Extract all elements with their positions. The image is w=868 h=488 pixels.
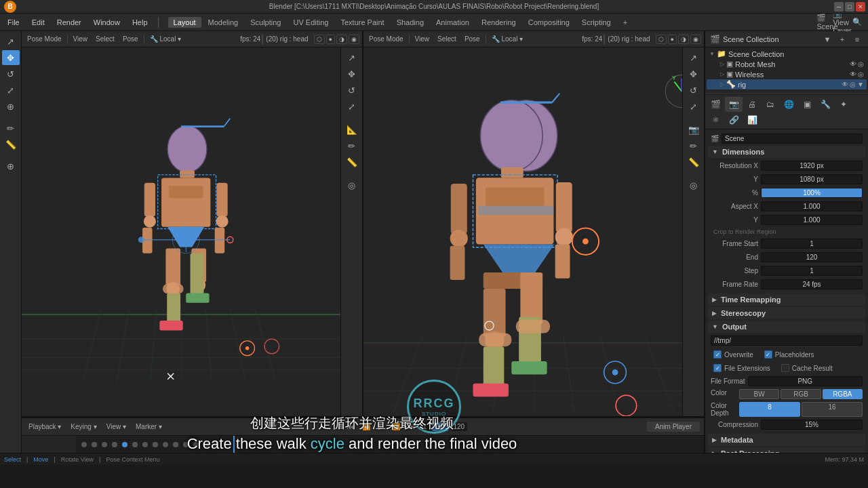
vp-shading-wire[interactable]: ⬡ (314, 35, 325, 44)
robot-mesh-eye[interactable]: 👁 (850, 60, 856, 68)
menu-edit[interactable]: Edit (28, 17, 48, 28)
vp-left-mode[interactable]: Pose Mode (24, 35, 64, 43)
tool-measure[interactable]: 📏 (2, 137, 20, 152)
vp-left-view[interactable]: View (71, 35, 91, 43)
frame-end-value[interactable]: 120 (761, 252, 863, 262)
cache-result-checkbox[interactable] (781, 364, 789, 372)
res-pct-value[interactable]: 100% (761, 188, 863, 198)
depth-8-btn[interactable]: 8 (739, 402, 800, 417)
anim-player-btn[interactable]: Anim Player (652, 422, 694, 431)
scene-name-value[interactable]: Scene (722, 134, 863, 144)
scene-selector[interactable]: 🎬 Scene (821, 16, 834, 29)
tab-scripting[interactable]: Scripting (576, 17, 616, 28)
viewport-left-content[interactable] (22, 47, 340, 416)
tool-annotate[interactable]: ✏ (2, 121, 20, 136)
robot-mesh-cam[interactable]: ◎ (858, 60, 864, 68)
keying-menu[interactable]: Keying ▾ (68, 422, 99, 431)
tool-vp-measure2[interactable]: 📏 (343, 155, 361, 169)
vp-shading-render[interactable]: ◉ (349, 35, 359, 44)
frame-rate-value[interactable]: 24 fps (761, 279, 863, 289)
vp-r-shading-render[interactable]: ◉ (690, 35, 701, 44)
prop-icon-scene[interactable]: 🎬 (707, 97, 724, 112)
prop-icon-view-layer[interactable]: 🗂 (762, 97, 779, 112)
tab-sculpting[interactable]: Sculpting (245, 17, 286, 28)
tab-layout[interactable]: Layout (168, 17, 201, 28)
res-y-value[interactable]: 1080 px (761, 174, 863, 184)
tree-item-collection[interactable]: ▼ 📁 Scene Collection (707, 49, 867, 59)
prop-icon-output[interactable]: 🖨 (743, 97, 761, 112)
tab-shading[interactable]: Shading (391, 17, 429, 28)
tool-scale[interactable]: ⤢ (2, 83, 20, 98)
tool-rvp-move[interactable]: ↗ (685, 50, 703, 65)
vp-right-transform[interactable]: 🔧 Local ▾ (489, 35, 526, 43)
tool-rvp-rotate[interactable]: ↺ (685, 83, 703, 98)
vp-right-mode[interactable]: Pose Mode (366, 35, 406, 43)
wireless-cam[interactable]: ◎ (858, 70, 864, 78)
frame-step-value[interactable]: 1 (761, 266, 863, 276)
tool-vp-circle[interactable]: ◎ (343, 178, 361, 192)
search-icon[interactable]: 🔍 (850, 16, 864, 29)
tab-texture-paint[interactable]: Texture Paint (335, 17, 389, 28)
post-processing-header[interactable]: ▶ Post Processing (708, 447, 865, 453)
tool-rvp-circle[interactable]: ◎ (685, 178, 703, 192)
aspect-x-value[interactable]: 1.000 (761, 201, 863, 211)
overwrite-checkbox[interactable]: ✓ (713, 350, 722, 359)
add-scene-icon[interactable]: + (835, 33, 849, 46)
file-ext-checkbox[interactable]: ✓ (713, 364, 722, 372)
placeholders-checkbox[interactable]: ✓ (764, 350, 772, 359)
prop-icon-data[interactable]: 📊 (743, 113, 761, 127)
rig-filter[interactable]: ▼ (857, 81, 864, 88)
tool-vp-move[interactable]: ↗ (343, 50, 361, 65)
frame-start-value[interactable]: 1 (761, 239, 863, 249)
tab-modeling[interactable]: Modeling (203, 17, 244, 28)
wireless-eye[interactable]: 👁 (850, 70, 856, 78)
aspect-y-value[interactable]: 1.000 (761, 215, 863, 225)
tool-cursor[interactable]: ↗ (2, 34, 20, 49)
viewport-left[interactable]: Pose Mode View Select Pose 🔧 Local ▾ fps… (22, 31, 363, 416)
prop-icon-physics[interactable]: ⚛ (707, 113, 724, 127)
viewport-right-content[interactable]: X Y Z (363, 47, 704, 416)
output-header[interactable]: ▼ Output (708, 321, 865, 333)
tool-rvp-measure[interactable]: 📏 (685, 155, 703, 169)
vp-right-view[interactable]: View (412, 35, 433, 43)
tab-animation[interactable]: Animation (431, 17, 475, 28)
marker-menu[interactable]: Marker ▾ (133, 422, 165, 431)
menu-file[interactable]: File (4, 17, 23, 28)
tool-vp-annotate2[interactable]: ✏ (343, 138, 361, 153)
vp-r-shading-wire[interactable]: ⬡ (656, 35, 667, 44)
playback-menu[interactable]: Playback ▾ (26, 422, 64, 431)
vp-left-select[interactable]: Select (93, 35, 117, 43)
prev-frame[interactable]: ⏪ (359, 422, 373, 431)
menu-render[interactable]: Render (54, 17, 85, 28)
view-menu[interactable]: View ▾ (104, 422, 129, 431)
prop-icon-constraints[interactable]: 🔗 (725, 113, 743, 127)
rig-cam[interactable]: ◎ (850, 81, 856, 88)
tree-item-wireless[interactable]: ▷ ▣ Wireless 👁 ◎ (707, 69, 867, 79)
vp-right-select[interactable]: Select (435, 35, 459, 43)
res-x-value[interactable]: 1920 px (761, 161, 863, 171)
compression-value[interactable]: 15% (761, 420, 863, 430)
jump-start[interactable]: ⏮ (344, 422, 357, 431)
maximize-button[interactable]: □ (845, 2, 854, 12)
tool-vp-camera[interactable]: 📐 (343, 122, 361, 137)
vp-left-pose[interactable]: Pose (120, 35, 141, 43)
stereoscopy-header[interactable]: ▶ Stereoscopy (708, 307, 865, 319)
vp-r-shading-mat[interactable]: ◑ (678, 35, 689, 44)
tool-add[interactable]: ⊕ (2, 159, 20, 174)
tab-uv-editing[interactable]: UV Editing (288, 17, 334, 28)
view-layer-selector[interactable]: 📷 View Layer (835, 16, 849, 29)
play-btn[interactable]: ▶ (376, 422, 387, 431)
filter-icon[interactable]: ▼ (821, 33, 834, 46)
prop-icon-modifier[interactable]: 🔧 (816, 97, 834, 112)
tree-item-rig[interactable]: ▷ 🦴 rig 👁 ◎ ▼ (707, 79, 867, 89)
scene-options-icon[interactable]: ≡ (850, 33, 864, 46)
menu-help[interactable]: Help (129, 17, 151, 28)
minimize-button[interactable]: ─ (834, 2, 844, 12)
vp-shading-solid[interactable]: ● (326, 35, 335, 44)
prop-icon-render[interactable]: 📷 (725, 97, 743, 112)
prop-icon-particles[interactable]: ✦ (835, 97, 852, 112)
output-path-value[interactable]: //tmp/ (711, 336, 863, 346)
depth-16-btn[interactable]: 16 (802, 402, 863, 417)
tab-add[interactable]: + (618, 17, 633, 28)
properties-content[interactable]: 🎬 Scene ▼ Dimensions Resolution X 1920 p… (705, 129, 868, 453)
